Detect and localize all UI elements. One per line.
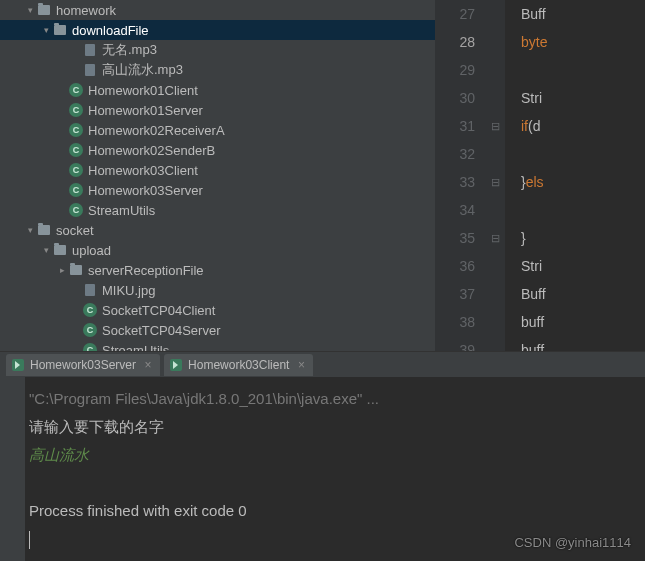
project-tree[interactable]: ▾homework▾downloadFile无名.mp3高山流水.mp3CHom… (0, 0, 435, 351)
line-number: 31 (435, 112, 475, 140)
code-line[interactable] (521, 56, 645, 84)
code-line[interactable]: buff (521, 336, 645, 351)
line-gutter: 27282930313233343536373839 (435, 0, 485, 351)
tree-item[interactable]: CStreamUtils (0, 200, 435, 220)
tree-item-label: StreamUtils (102, 343, 169, 352)
expand-arrow-icon[interactable]: ▾ (40, 25, 52, 35)
console-panel: "C:\Program Files\Java\jdk1.8.0_201\bin\… (0, 377, 645, 561)
fold-marker-icon[interactable]: ⊟ (485, 168, 505, 196)
code-line[interactable] (521, 140, 645, 168)
console-tab-client[interactable]: Homework03Client × (164, 354, 313, 376)
class-icon: C (68, 203, 84, 217)
folder-icon (52, 245, 68, 255)
folder-icon (68, 265, 84, 275)
fold-column[interactable]: ⊟⊟⊟ (485, 0, 505, 351)
tree-item[interactable]: CStreamUtils (0, 340, 435, 351)
file-icon (82, 44, 98, 56)
code-line[interactable]: } (521, 224, 645, 252)
console-prompt: 请输入要下载的名字 (29, 413, 641, 441)
line-number: 37 (435, 280, 475, 308)
fold-marker-icon[interactable]: ⊟ (485, 224, 505, 252)
folder-icon (36, 225, 52, 235)
code-editor[interactable]: 27282930313233343536373839 ⊟⊟⊟ BuffbyteS… (435, 0, 645, 351)
tree-item[interactable]: ▾socket (0, 220, 435, 240)
tree-item[interactable]: CSocketTCP04Server (0, 320, 435, 340)
code-line[interactable] (521, 196, 645, 224)
fold-marker-icon (485, 308, 505, 336)
class-icon: C (68, 183, 84, 197)
class-icon: C (68, 83, 84, 97)
folder-icon (36, 5, 52, 15)
run-icon (12, 359, 24, 371)
console-gutter (0, 377, 25, 561)
folder-icon (52, 25, 68, 35)
tree-item[interactable]: 无名.mp3 (0, 40, 435, 60)
fold-marker-icon (485, 196, 505, 224)
file-icon (82, 64, 98, 76)
tree-item-label: Homework03Client (88, 163, 198, 178)
line-number: 32 (435, 140, 475, 168)
close-icon[interactable]: × (142, 358, 154, 372)
tree-item-label: Homework02ReceiverA (88, 123, 225, 138)
tree-item[interactable]: ▾homework (0, 0, 435, 20)
tree-item[interactable]: CHomework02SenderB (0, 140, 435, 160)
expand-arrow-icon[interactable]: ▾ (24, 225, 36, 235)
tree-item-label: SocketTCP04Client (102, 303, 215, 318)
code-line[interactable]: }els (521, 168, 645, 196)
fold-marker-icon (485, 336, 505, 351)
tree-item[interactable]: 高山流水.mp3 (0, 60, 435, 80)
expand-arrow-icon[interactable]: ▸ (56, 265, 68, 275)
tree-item-label: downloadFile (72, 23, 149, 38)
tree-item[interactable]: CHomework02ReceiverA (0, 120, 435, 140)
line-number: 38 (435, 308, 475, 336)
class-icon: C (82, 323, 98, 337)
tree-item-label: 无名.mp3 (102, 41, 157, 59)
code-line[interactable]: Buff (521, 0, 645, 28)
code-line[interactable]: Buff (521, 280, 645, 308)
line-number: 33 (435, 168, 475, 196)
tree-item[interactable]: CHomework01Client (0, 80, 435, 100)
expand-arrow-icon[interactable]: ▾ (40, 245, 52, 255)
tree-item-label: socket (56, 223, 94, 238)
class-icon: C (68, 103, 84, 117)
file-icon (82, 284, 98, 296)
console-output[interactable]: "C:\Program Files\Java\jdk1.8.0_201\bin\… (25, 377, 645, 561)
class-icon: C (82, 343, 98, 351)
class-icon: C (68, 163, 84, 177)
fold-marker-icon (485, 84, 505, 112)
line-number: 27 (435, 0, 475, 28)
console-java-path: "C:\Program Files\Java\jdk1.8.0_201\bin\… (29, 385, 641, 413)
close-icon[interactable]: × (295, 358, 307, 372)
fold-marker-icon (485, 252, 505, 280)
tree-item[interactable]: CSocketTCP04Client (0, 300, 435, 320)
console-exit-message: Process finished with exit code 0 (29, 497, 641, 525)
tree-item[interactable]: ▾upload (0, 240, 435, 260)
tree-item[interactable]: ▸serverReceptionFile (0, 260, 435, 280)
console-tab-server[interactable]: Homework03Server × (6, 354, 160, 376)
tree-item-label: StreamUtils (88, 203, 155, 218)
expand-arrow-icon[interactable]: ▾ (24, 5, 36, 15)
code-line[interactable]: buff (521, 308, 645, 336)
fold-marker-icon[interactable]: ⊟ (485, 112, 505, 140)
tree-item[interactable]: CHomework03Client (0, 160, 435, 180)
tree-item[interactable]: CHomework03Server (0, 180, 435, 200)
code-line[interactable]: Stri (521, 84, 645, 112)
cursor (29, 531, 30, 549)
tree-item[interactable]: MIKU.jpg (0, 280, 435, 300)
tree-item-label: Homework01Server (88, 103, 203, 118)
code-line[interactable]: if(d (521, 112, 645, 140)
line-number: 30 (435, 84, 475, 112)
code-line[interactable]: Stri (521, 252, 645, 280)
run-icon (170, 359, 182, 371)
code-area[interactable]: BuffbyteStriif(d}els}StriBuffbuffbuff (505, 0, 645, 351)
line-number: 36 (435, 252, 475, 280)
tree-item[interactable]: ▾downloadFile (0, 20, 435, 40)
console-tabs: Homework03Server × Homework03Client × (0, 351, 645, 377)
tree-item-label: serverReceptionFile (88, 263, 204, 278)
class-icon: C (68, 123, 84, 137)
console-tab-label: Homework03Server (30, 358, 136, 372)
line-number: 35 (435, 224, 475, 252)
tree-item-label: upload (72, 243, 111, 258)
code-line[interactable]: byte (521, 28, 645, 56)
tree-item[interactable]: CHomework01Server (0, 100, 435, 120)
